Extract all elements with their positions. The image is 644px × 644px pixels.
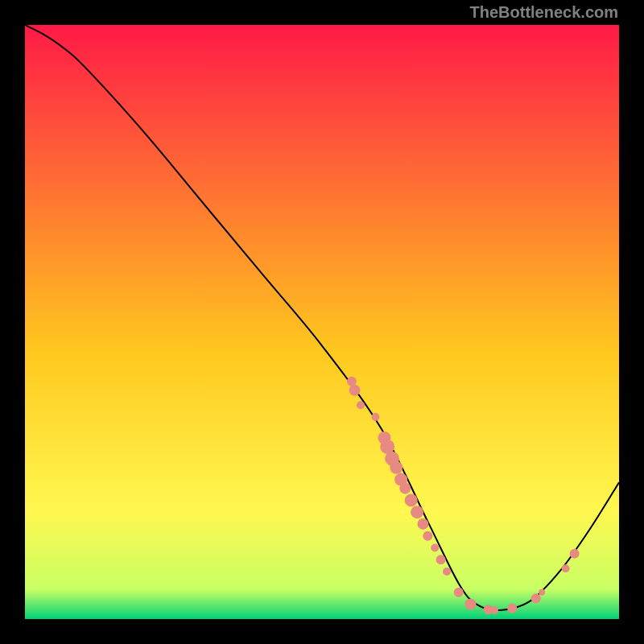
data-marker: [423, 531, 432, 541]
data-marker: [431, 543, 439, 551]
data-marker: [539, 589, 545, 596]
data-marker: [399, 483, 411, 494]
data-marker: [436, 555, 446, 564]
data-marker: [562, 564, 570, 572]
data-marker: [390, 461, 402, 474]
data-marker: [531, 593, 541, 603]
data-marker: [465, 599, 477, 610]
data-marker: [443, 568, 451, 576]
data-marker: [405, 493, 418, 506]
chart-canvas: [25, 25, 619, 619]
data-marker: [507, 604, 517, 613]
data-marker: [454, 588, 464, 597]
data-marker: [371, 413, 379, 421]
attribution-text: TheBottleneck.com: [470, 3, 618, 22]
gradient-background: [25, 25, 619, 619]
data-marker: [570, 549, 580, 559]
data-marker: [357, 401, 365, 409]
data-marker: [417, 518, 428, 530]
chart-frame: [25, 25, 619, 619]
data-marker: [349, 385, 361, 396]
data-marker: [411, 506, 423, 518]
data-marker: [490, 606, 498, 614]
